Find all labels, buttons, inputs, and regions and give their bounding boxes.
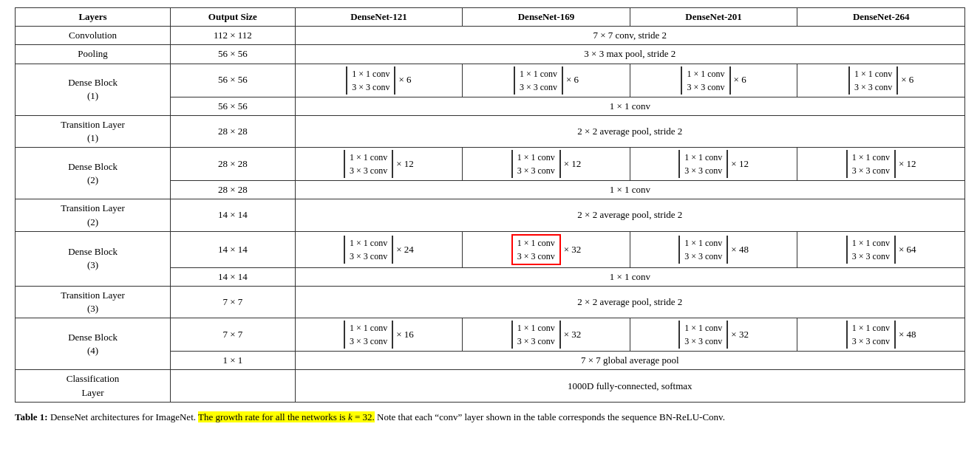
row-data-dense1-121: 1 × 1 conv 3 × 3 conv × 6 [295,64,463,97]
table-row-trans3-b: Transition Layer(3) 7 × 7 2 × 2 average … [16,286,965,318]
row-output-class-a: 1 × 1 [171,352,296,370]
table-row-pooling: Pooling 56 × 56 3 × 3 max pool, stride 2 [16,45,965,64]
row-output-class-b [171,370,296,402]
row-label-trans3: Transition Layer(3) [16,286,171,318]
row-data-trans3-b: 2 × 2 average pool, stride 2 [295,286,964,318]
caption-label: Table 1: [15,411,48,422]
row-data-dense4-121: 1 × 1 conv 3 × 3 conv × 16 [295,318,463,352]
caption-end: Note that each “conv” layer shown in the… [375,411,725,422]
row-data-dense3-121: 1 × 1 conv 3 × 3 conv × 24 [295,231,463,267]
row-data-dense3-201: 1 × 1 conv 3 × 3 conv × 48 [630,231,797,267]
row-data-dense4-264: 1 × 1 conv 3 × 3 conv × 48 [797,318,965,352]
col-header-264: DenseNet-264 [797,8,965,27]
row-data-trans2-b: 2 × 2 average pool, stride 2 [295,199,964,231]
table-row-convolution: Convolution 112 × 112 7 × 7 conv, stride… [16,27,965,45]
row-output-trans2-a: 28 × 28 [171,181,296,199]
row-data-trans2-a: 1 × 1 conv [295,181,964,199]
row-output-dense2-a: 28 × 28 [171,148,296,181]
row-output-dense1-a: 56 × 56 [171,64,296,97]
table-row-dense4-a: Dense Block(4) 7 × 7 1 × 1 conv 3 × 3 co… [16,318,965,352]
row-data-dense3-169: 1 × 1 conv 3 × 3 conv × 32 [463,231,630,267]
row-output-dense3-a: 14 × 14 [171,231,296,267]
row-label-dense1: Dense Block(1) [16,64,171,115]
row-output-trans1-b: 28 × 28 [171,115,296,147]
row-data-pooling: 3 × 3 max pool, stride 2 [295,45,964,64]
row-data-dense3-264: 1 × 1 conv 3 × 3 conv × 64 [797,231,965,267]
table-row-dense1-a: Dense Block(1) 56 × 56 1 × 1 conv 3 × 3 … [16,64,965,97]
row-data-dense2-201: 1 × 1 conv 3 × 3 conv × 12 [630,148,797,181]
row-data-dense1-264: 1 × 1 conv 3 × 3 conv × 6 [797,64,965,97]
table-row-trans2-b: Transition Layer(2) 14 × 14 2 × 2 averag… [16,199,965,231]
col-header-121: DenseNet-121 [295,8,463,27]
row-label-dense4: Dense Block(4) [16,318,171,370]
row-data-dense1-201: 1 × 1 conv 3 × 3 conv × 6 [630,64,797,97]
table-row-dense2-a: Dense Block(2) 28 × 28 1 × 1 conv 3 × 3 … [16,148,965,181]
row-label-trans1: Transition Layer(1) [16,115,171,147]
row-data-class-b: 1000D fully-connected, softmax [295,370,964,402]
row-data-trans1-b: 2 × 2 average pool, stride 2 [295,115,964,147]
row-output-trans3-b: 7 × 7 [171,286,296,318]
row-label-convolution: Convolution [16,27,171,45]
densenet-table: Layers Output Size DenseNet-121 DenseNet… [15,7,965,403]
row-data-dense2-264: 1 × 1 conv 3 × 3 conv × 12 [797,148,965,181]
col-header-201: DenseNet-201 [630,8,797,27]
col-header-layers: Layers [16,8,171,27]
col-header-169: DenseNet-169 [463,8,630,27]
row-label-pooling: Pooling [16,45,171,64]
row-output-convolution: 112 × 112 [171,27,296,45]
row-label-dense3: Dense Block(3) [16,231,171,286]
caption-text: DenseNet architectures for ImageNet. [48,411,198,422]
row-label-class: ClassificationLayer [16,370,171,402]
row-output-trans1-a: 56 × 56 [171,97,296,115]
caption-highlight: The growth rate for all the networks is … [198,411,375,422]
row-data-trans3-a: 1 × 1 conv [295,267,964,286]
table-caption: Table 1: DenseNet architectures for Imag… [15,410,965,425]
row-data-convolution: 7 × 7 conv, stride 2 [295,27,964,45]
row-data-dense2-121: 1 × 1 conv 3 × 3 conv × 12 [295,148,463,181]
col-header-output: Output Size [171,8,296,27]
table-row-dense3-a: Dense Block(3) 14 × 14 1 × 1 conv 3 × 3 … [16,231,965,267]
row-output-pooling: 56 × 56 [171,45,296,64]
row-label-dense2: Dense Block(2) [16,148,171,199]
table-row-trans1-b: Transition Layer(1) 28 × 28 2 × 2 averag… [16,115,965,147]
row-output-dense4-a: 7 × 7 [171,318,296,352]
row-data-trans1-a: 1 × 1 conv [295,97,964,115]
row-data-dense4-169: 1 × 1 conv 3 × 3 conv × 32 [463,318,630,352]
table-row-class-b: ClassificationLayer 1000D fully-connecte… [16,370,965,402]
row-data-dense2-169: 1 × 1 conv 3 × 3 conv × 12 [463,148,630,181]
row-output-trans3-a: 14 × 14 [171,267,296,286]
row-label-trans2: Transition Layer(2) [16,199,171,231]
row-data-dense1-169: 1 × 1 conv 3 × 3 conv × 6 [463,64,630,97]
row-data-dense4-201: 1 × 1 conv 3 × 3 conv × 32 [630,318,797,352]
row-output-trans2-b: 14 × 14 [171,199,296,231]
row-data-class-a: 7 × 7 global average pool [295,352,964,370]
